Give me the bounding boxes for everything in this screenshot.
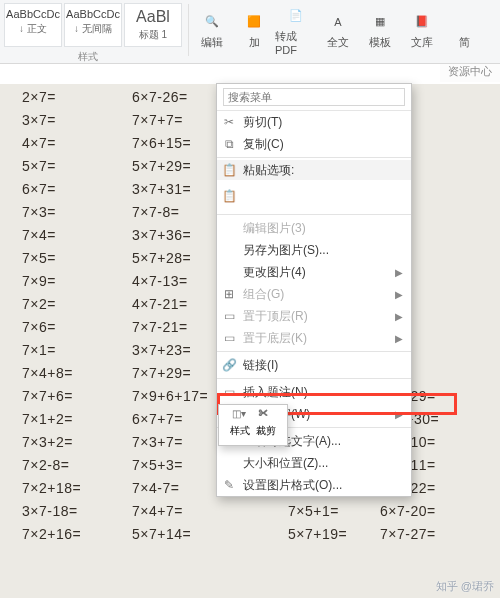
equation-cell: 7×7-27= bbox=[380, 523, 439, 546]
editpic-icon bbox=[221, 220, 237, 236]
menu-search-input[interactable] bbox=[223, 88, 405, 106]
equation-cell: 4×7= bbox=[22, 132, 81, 155]
ribbon-buttons: 🔍编辑🟧加📄转成PDFA全文▦模板📕文库简 bbox=[191, 0, 485, 56]
chevron-right-icon: ▶ bbox=[395, 333, 403, 344]
addon-icon: 🟧 bbox=[243, 11, 265, 33]
equation-cell: 6×7= bbox=[22, 178, 81, 201]
equation-cell: 3×7= bbox=[22, 109, 81, 132]
equation-cell: 5×7+29= bbox=[132, 155, 208, 178]
equation-cell: 7×3+7= bbox=[132, 431, 208, 454]
ribbon-edit-button[interactable]: 🔍编辑 bbox=[191, 4, 233, 56]
mini-crop-label: 裁剪 bbox=[256, 424, 276, 438]
equation-cell: 7×4-7= bbox=[132, 477, 208, 500]
style-tile-heading1[interactable]: AaBl 标题 1 bbox=[124, 3, 182, 47]
equation-cell: 3×7-18= bbox=[22, 500, 81, 523]
ribbon-tpl-button[interactable]: ▦模板 bbox=[359, 4, 401, 56]
equation-cell: 7×6= bbox=[22, 316, 81, 339]
equation-cell: 7×1+2= bbox=[22, 408, 81, 431]
equation-cell: 5×7+28= bbox=[132, 247, 208, 270]
equation-cell: 7×2+16= bbox=[22, 523, 81, 546]
simp-icon bbox=[453, 11, 475, 33]
link-icon: 🔗 bbox=[221, 357, 237, 373]
equation-cell: 6×7-20= bbox=[380, 500, 439, 523]
style-tile-nospace[interactable]: AaBbCcDc ↓ 无间隔 bbox=[64, 3, 122, 47]
copy-icon: ⧉ bbox=[221, 136, 237, 152]
bottom-icon: ▭ bbox=[221, 330, 237, 346]
equation-cell: 7×7+6= bbox=[22, 385, 81, 408]
crop-icon[interactable]: ✀ bbox=[258, 408, 274, 424]
equation-cell: 7×2-8= bbox=[22, 454, 81, 477]
equation-cell: 7×5+3= bbox=[132, 454, 208, 477]
equation-cell: 3×7+31= bbox=[132, 178, 208, 201]
ribbon-toolbar: AaBbCcDc ↓ 正文 AaBbCcDc ↓ 无间隔 AaBl 标题 1 🔍… bbox=[0, 0, 500, 64]
menu-sizepos[interactable]: 大小和位置(Z)... bbox=[217, 452, 411, 474]
menu-link[interactable]: 🔗链接(I) bbox=[217, 354, 411, 376]
menu-copy[interactable]: ⧉复制(C) bbox=[217, 133, 411, 155]
equation-cell: 6×7-26= bbox=[132, 86, 208, 109]
resource-center-label[interactable]: 资源中心 bbox=[440, 64, 500, 82]
lib-icon: 📕 bbox=[411, 11, 433, 33]
menu-top: ▭置于顶层(R)▶ bbox=[217, 305, 411, 327]
top-icon: ▭ bbox=[221, 308, 237, 324]
ribbon-topdf-button[interactable]: 📄转成PDF bbox=[275, 4, 317, 56]
equation-cell: 4×7-13= bbox=[132, 270, 208, 293]
equation-cell: 2×7= bbox=[22, 86, 81, 109]
chevron-right-icon: ▶ bbox=[395, 289, 403, 300]
group-icon: ⊞ bbox=[221, 286, 237, 302]
saveas-icon bbox=[221, 242, 237, 258]
format-icon: ✎ bbox=[221, 477, 237, 493]
style-gallery: AaBbCcDc ↓ 正文 AaBbCcDc ↓ 无间隔 AaBl 标题 1 bbox=[0, 0, 186, 50]
equation-cell: 3×7+23= bbox=[132, 339, 208, 362]
menu-group: ⊞组合(G)▶ bbox=[217, 283, 411, 305]
equation-cell: 3×7+36= bbox=[132, 224, 208, 247]
equation-cell: 5×7+19= bbox=[288, 523, 347, 546]
equation-cell: 7×5= bbox=[22, 247, 81, 270]
equation-cell: 4×7-21= bbox=[132, 293, 208, 316]
chevron-right-icon: ▶ bbox=[395, 267, 403, 278]
equation-cell: 7×2+18= bbox=[22, 477, 81, 500]
topdf-icon: 📄 bbox=[285, 5, 307, 27]
chevron-right-icon: ▶ bbox=[395, 311, 403, 322]
paste_hdr-icon: 📋 bbox=[221, 162, 237, 178]
equation-cell: 7×5+1= bbox=[288, 500, 347, 523]
menu-bottom: ▭置于底层(K)▶ bbox=[217, 327, 411, 349]
equation-cell: 5×7+14= bbox=[132, 523, 208, 546]
full-icon: A bbox=[327, 11, 349, 33]
equation-cell: 6×7+7= bbox=[132, 408, 208, 431]
equation-cell: 7×2= bbox=[22, 293, 81, 316]
equation-cell: 7×4+7= bbox=[132, 500, 208, 523]
cut-icon: ✂ bbox=[221, 114, 237, 130]
style-tile-body[interactable]: AaBbCcDc ↓ 正文 bbox=[4, 3, 62, 47]
style-icon[interactable]: ◫▾ bbox=[232, 408, 248, 424]
ribbon-lib-button[interactable]: 📕文库 bbox=[401, 4, 443, 56]
menu-change[interactable]: 更改图片(4)▶ bbox=[217, 261, 411, 283]
paste_opt-icon: 📋 bbox=[221, 188, 237, 204]
equation-cell: 7×4= bbox=[22, 224, 81, 247]
menu-saveas[interactable]: 另存为图片(S)... bbox=[217, 239, 411, 261]
equation-cell: 7×7-8= bbox=[132, 201, 208, 224]
menu-editpic: 编辑图片(3) bbox=[217, 217, 411, 239]
equation-cell: 7×7+7= bbox=[132, 109, 208, 132]
mini-style-label: 样式 bbox=[230, 424, 250, 438]
mini-toolbar: ◫▾ ✀ 样式 裁剪 bbox=[218, 404, 288, 446]
menu-cut[interactable]: ✂剪切(T) bbox=[217, 111, 411, 133]
group-label-styles: 样式 bbox=[78, 50, 98, 64]
menu-paste_hdr: 📋粘贴选项: bbox=[217, 160, 411, 180]
equation-cell: 5×7= bbox=[22, 155, 81, 178]
equation-cell: 7×7-21= bbox=[132, 316, 208, 339]
menu-format[interactable]: ✎设置图片格式(O)... bbox=[217, 474, 411, 496]
tpl-icon: ▦ bbox=[369, 11, 391, 33]
watermark: 知乎 @珺乔 bbox=[436, 579, 494, 594]
change-icon bbox=[221, 264, 237, 280]
sizepos-icon bbox=[221, 455, 237, 471]
menu-search bbox=[217, 84, 411, 111]
equation-cell: 7×1= bbox=[22, 339, 81, 362]
equation-cell: 7×9+6+17= bbox=[132, 385, 208, 408]
edit-icon: 🔍 bbox=[201, 11, 223, 33]
ribbon-simp-button[interactable]: 简 bbox=[443, 4, 485, 56]
ribbon-full-button[interactable]: A全文 bbox=[317, 4, 359, 56]
ribbon-addon-button[interactable]: 🟧加 bbox=[233, 4, 275, 56]
menu-paste_opt[interactable]: 📋 bbox=[217, 180, 411, 212]
equation-cell: 7×7+29= bbox=[132, 362, 208, 385]
equation-cell: 7×4+8= bbox=[22, 362, 81, 385]
